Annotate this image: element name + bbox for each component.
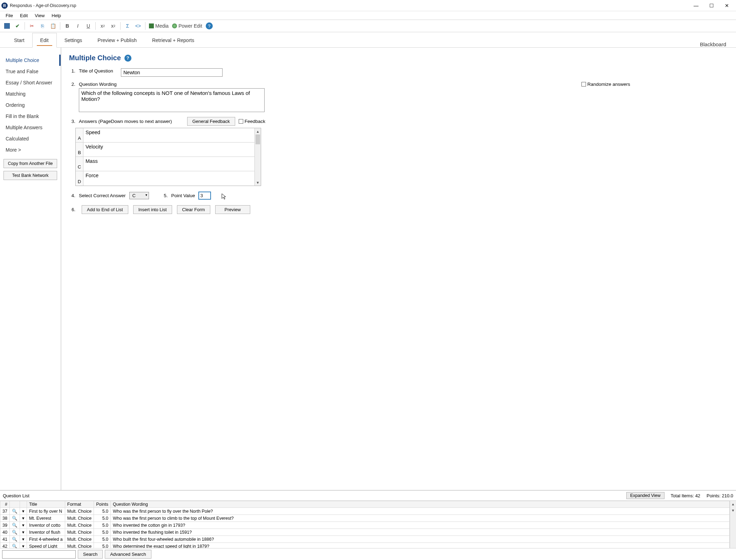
- sidebar-ordering[interactable]: Ordering: [0, 99, 61, 111]
- menu-help[interactable]: Help: [48, 12, 64, 19]
- clear-form-button[interactable]: Clear Form: [177, 205, 210, 214]
- sidebar-more[interactable]: More >: [0, 144, 61, 155]
- tab-preview-publish[interactable]: Preview + Publish: [90, 33, 144, 47]
- answers-scrollbar[interactable]: ▲ ▼: [254, 128, 261, 186]
- table-row[interactable]: 37🔍▾First to fly over NMult. Choice5.0Wh…: [0, 508, 730, 515]
- superscript-button[interactable]: x2: [108, 21, 118, 31]
- answer-text[interactable]: Mass: [83, 157, 254, 171]
- scroll-up-icon[interactable]: ▲: [730, 501, 736, 507]
- sidebar-multiple-answers[interactable]: Multiple Answers: [0, 122, 61, 133]
- feedback-checkbox[interactable]: [239, 119, 243, 124]
- table-row[interactable]: 40🔍▾Inventor of flushMult. Choice5.0Who …: [0, 529, 730, 536]
- scroll-down-icon[interactable]: ▼: [255, 179, 261, 186]
- expanded-view-button[interactable]: Expanded View: [626, 492, 665, 499]
- table-row[interactable]: 38🔍▾Mt. EverestMult. Choice5.0Who was th…: [0, 515, 730, 522]
- subscript-button[interactable]: x2: [98, 21, 108, 31]
- preview-button[interactable]: Preview: [215, 205, 250, 214]
- minimize-button[interactable]: —: [688, 0, 704, 11]
- magnify-icon[interactable]: 🔍: [9, 543, 20, 548]
- answer-row-d[interactable]: D Force: [76, 171, 254, 186]
- add-to-end-button[interactable]: Add to End of List: [82, 205, 128, 214]
- magnify-icon[interactable]: 🔍: [9, 529, 20, 536]
- point-value-input[interactable]: [199, 192, 211, 199]
- col-format[interactable]: Format: [65, 501, 94, 508]
- cut-button[interactable]: ✂: [27, 21, 37, 31]
- dropdown-icon[interactable]: ▾: [20, 522, 27, 529]
- spellcheck-button[interactable]: ✔: [13, 21, 22, 31]
- sidebar-essay[interactable]: Essay / Short Answer: [0, 77, 61, 88]
- answer-row-b[interactable]: B Velocity: [76, 143, 254, 157]
- table-scrollbar[interactable]: ▲ ▼: [730, 501, 736, 548]
- menu-view[interactable]: View: [31, 12, 48, 19]
- sidebar-multiple-choice[interactable]: Multiple Choice: [0, 55, 61, 66]
- magnify-icon[interactable]: 🔍: [9, 508, 20, 515]
- bold-button[interactable]: B: [62, 21, 72, 31]
- answer-row-c[interactable]: C Mass: [76, 157, 254, 171]
- maximize-button[interactable]: ☐: [704, 0, 719, 11]
- italic-button[interactable]: I: [73, 21, 83, 31]
- lms-label: Blackboard: [700, 41, 730, 47]
- dropdown-icon[interactable]: ▾: [20, 508, 27, 515]
- col-title[interactable]: Title: [27, 501, 65, 508]
- html-button[interactable]: <>: [133, 21, 143, 31]
- save-button[interactable]: [2, 21, 12, 31]
- sidebar-calculated[interactable]: Calculated: [0, 133, 61, 144]
- col-number[interactable]: #: [0, 501, 10, 508]
- magnify-icon[interactable]: 🔍: [9, 515, 20, 522]
- answer-text[interactable]: Velocity: [83, 143, 254, 157]
- sidebar-fill-blank[interactable]: Fill in the Blank: [0, 111, 61, 122]
- row-points: 5.0: [94, 515, 111, 522]
- wording-textarea[interactable]: [79, 88, 265, 112]
- tab-edit[interactable]: Edit: [32, 33, 57, 48]
- menu-edit[interactable]: Edit: [16, 12, 31, 19]
- dropdown-icon[interactable]: ▾: [20, 536, 27, 543]
- power-edit-button[interactable]: Power Edit: [171, 21, 204, 31]
- insert-into-list-button[interactable]: Insert into List: [133, 205, 172, 214]
- help-button[interactable]: ?: [204, 21, 214, 31]
- row-points: 5.0: [94, 508, 111, 515]
- table-row[interactable]: 42🔍▾Speed of LightMult. Choice5.0Who det…: [0, 543, 730, 548]
- table-row[interactable]: 41🔍▾First 4-wheeled aMult. Choice5.0Who …: [0, 536, 730, 543]
- scroll-up-icon[interactable]: ▲: [255, 128, 261, 134]
- paste-button[interactable]: 📋: [48, 21, 58, 31]
- scroll-thumb[interactable]: [255, 134, 260, 144]
- title-input[interactable]: [121, 68, 223, 77]
- advanced-search-button[interactable]: Advanced Search: [105, 550, 151, 559]
- row-number: 42: [0, 543, 10, 548]
- tab-settings[interactable]: Settings: [57, 33, 90, 47]
- close-button[interactable]: ✕: [719, 0, 735, 11]
- col-preview: [9, 501, 20, 508]
- row-title: Speed of Light: [27, 543, 65, 548]
- dropdown-icon[interactable]: ▾: [20, 543, 27, 548]
- menu-file[interactable]: File: [2, 12, 16, 19]
- col-wording[interactable]: Question Wording: [111, 501, 730, 508]
- general-feedback-button[interactable]: General Feedback: [187, 117, 235, 126]
- answer-text[interactable]: Speed: [83, 128, 254, 142]
- dropdown-icon[interactable]: ▾: [20, 529, 27, 536]
- search-button[interactable]: Search: [78, 550, 103, 559]
- tab-start[interactable]: Start: [6, 33, 32, 47]
- dropdown-icon[interactable]: ▾: [20, 515, 27, 522]
- copy-button[interactable]: ⎘: [38, 21, 47, 31]
- sidebar-true-false[interactable]: True and False: [0, 66, 61, 77]
- page-help-icon[interactable]: ?: [124, 55, 131, 62]
- randomize-checkbox[interactable]: [581, 82, 586, 87]
- answer-row-a[interactable]: A Speed: [76, 128, 254, 143]
- table-row[interactable]: 39🔍▾Inventor of cottoMult. Choice5.0Who …: [0, 522, 730, 529]
- scroll-down-icon[interactable]: ▼: [730, 507, 736, 513]
- underline-button[interactable]: U: [83, 21, 93, 31]
- row-title: First 4-wheeled a: [27, 536, 65, 543]
- test-bank-network-button[interactable]: Test Bank Network: [4, 171, 57, 180]
- search-input[interactable]: [2, 550, 76, 559]
- magnify-icon[interactable]: 🔍: [9, 522, 20, 529]
- media-button[interactable]: Media: [148, 21, 170, 31]
- answer-text[interactable]: Force: [83, 171, 254, 186]
- sidebar-matching[interactable]: Matching: [0, 88, 61, 99]
- tab-retrieval-reports[interactable]: Retrieval + Reports: [144, 33, 202, 47]
- col-points[interactable]: Points: [94, 501, 111, 508]
- magnify-icon[interactable]: 🔍: [9, 536, 20, 543]
- row2-number: 2.: [69, 82, 75, 87]
- copy-from-file-button[interactable]: Copy from Another File: [4, 159, 57, 168]
- correct-answer-select[interactable]: C: [129, 192, 149, 199]
- equation-button[interactable]: Σ: [123, 21, 132, 31]
